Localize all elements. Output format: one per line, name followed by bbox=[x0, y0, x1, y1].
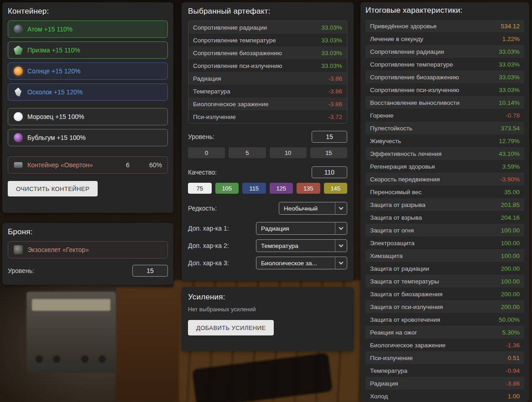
container-equipped-overton[interactable]: Контейнер «Овертон» 6 60% bbox=[8, 156, 168, 174]
container-fill-percent: 60% bbox=[141, 161, 162, 169]
container-case-icon bbox=[14, 162, 23, 168]
extra-stat-dropdown-1[interactable]: Радиация bbox=[256, 222, 347, 235]
total-stat-label: Холод bbox=[370, 393, 388, 400]
artifact-stat-label: Радиация bbox=[193, 75, 221, 82]
totals-title: Итоговые характеристики: bbox=[365, 6, 524, 15]
artifact-stat-row: Сопротивление температуре33.03% bbox=[188, 34, 347, 46]
artifact-stat-row: Радиация-3.86 bbox=[188, 72, 347, 85]
rarity-dropdown[interactable]: Необычный bbox=[279, 202, 347, 215]
total-stat-value: 33.03% bbox=[499, 87, 520, 93]
total-stat-row: Защита от огня100.00 bbox=[365, 224, 524, 237]
armor-equipped-name: Экзоскелет «Гектор» bbox=[27, 246, 162, 253]
total-stat-label: Пси-излучение bbox=[370, 355, 413, 361]
chevron-down-icon bbox=[335, 257, 347, 269]
container-item-sun[interactable]: Солнце +15 120% bbox=[8, 62, 168, 80]
chevron-shape bbox=[339, 260, 344, 265]
chevron-down-icon bbox=[335, 240, 347, 252]
quality-option-125[interactable]: 125 bbox=[270, 183, 293, 194]
quality-option-115[interactable]: 115 bbox=[242, 183, 266, 194]
armor-equipped-item[interactable]: Экзоскелет «Гектор» bbox=[8, 241, 168, 258]
container-item-label: Бубльгум +15 100% bbox=[27, 134, 86, 141]
total-stat-value: -3.86 bbox=[506, 380, 520, 387]
artifact-stat-value: 33.03% bbox=[321, 62, 342, 69]
total-stat-value: 10.14% bbox=[499, 99, 520, 106]
total-stat-value: 100.00 bbox=[501, 240, 520, 247]
total-stat-label: Биологическое заражение bbox=[370, 342, 446, 349]
artifact-level-input[interactable] bbox=[312, 131, 347, 143]
total-stat-value: 100.00 bbox=[501, 278, 520, 285]
total-stat-row: Эффективность лечения43.10% bbox=[365, 147, 524, 160]
clear-container-button[interactable]: ОЧИСТИТЬ КОНТЕЙНЕР bbox=[8, 181, 98, 196]
quality-option-75[interactable]: 75 bbox=[188, 183, 212, 194]
container-item-bubblegum[interactable]: Бубльгум +15 100% bbox=[8, 129, 168, 146]
total-stat-label: Защита от взрыва bbox=[370, 214, 422, 221]
total-stat-value: 35.00 bbox=[504, 189, 520, 196]
rarity-row: Редкость: Необычный bbox=[188, 202, 347, 215]
extra-stat-row-3: Доп. хар-ка 3:Биологическое за... bbox=[188, 257, 347, 269]
artifact-quality-input[interactable] bbox=[312, 166, 347, 178]
level-option-0[interactable]: 0 bbox=[188, 147, 225, 158]
artifact-stat-value: -3.86 bbox=[328, 75, 342, 82]
total-stat-label: Защита от радиации bbox=[370, 265, 429, 272]
total-stat-row: Защита от пси-излучения200.00 bbox=[365, 300, 524, 313]
radio-knob bbox=[36, 356, 43, 363]
total-stat-label: Эффективность лечения bbox=[370, 150, 442, 157]
level-option-10[interactable]: 10 bbox=[270, 147, 307, 158]
total-stat-row: Горение-0.78 bbox=[365, 109, 524, 122]
container-item-atom[interactable]: Атом +15 110% bbox=[8, 21, 168, 38]
total-stat-value: 373.54 bbox=[501, 125, 520, 132]
extra-stat-label: Доп. хар-ка 2: bbox=[188, 242, 229, 249]
exoskeleton-icon bbox=[14, 245, 23, 254]
dropdown-value: Радиация bbox=[256, 225, 335, 232]
total-stat-row: Сопротивление температуре33.03% bbox=[365, 58, 524, 71]
extra-stat-dropdown-2[interactable]: Температура bbox=[256, 239, 347, 252]
total-stat-label: Пулестойкость bbox=[370, 125, 412, 132]
radio-knob bbox=[81, 356, 89, 363]
armor-level-input[interactable] bbox=[132, 265, 168, 277]
artifact-stat-label: Сопротивление пси-излучению bbox=[193, 62, 282, 69]
total-stat-label: Сопротивление биозаражению bbox=[370, 74, 459, 81]
total-stat-label: Переносимый вес bbox=[370, 189, 422, 196]
total-stat-label: Сопротивление температуре bbox=[370, 61, 453, 68]
selected-artifact-panel: Выбранный артефакт: Сопротивление радиац… bbox=[182, 2, 354, 281]
total-stat-label: Живучесть bbox=[370, 138, 401, 144]
total-stat-row: Биологическое заражение-1.36 bbox=[365, 339, 524, 351]
extra-stat-row-2: Доп. хар-ка 2:Температура bbox=[188, 239, 347, 252]
totals-table: Приведённое здоровье534.12Лечение в секу… bbox=[365, 20, 524, 402]
total-stat-value: -0.94 bbox=[506, 367, 520, 374]
total-stat-value: 43.10% bbox=[499, 150, 520, 157]
total-stat-value: 5.30% bbox=[502, 329, 520, 336]
boosts-empty-text: Нет выбранных усилений bbox=[188, 306, 347, 313]
total-stat-label: Горение bbox=[370, 112, 393, 119]
container-item-label: Солнце +15 120% bbox=[27, 67, 80, 75]
total-stat-value: 204.16 bbox=[501, 214, 520, 221]
extra-stats-section: Доп. хар-ка 1:РадиацияДоп. хар-ка 2:Темп… bbox=[188, 222, 347, 269]
quality-option-145[interactable]: 145 bbox=[324, 183, 348, 194]
extra-stat-dropdown-3[interactable]: Биологическое за... bbox=[256, 257, 347, 269]
quality-option-105[interactable]: 105 bbox=[215, 183, 239, 194]
total-stat-row: Холод1.00 bbox=[365, 390, 524, 402]
total-stat-value: 200.00 bbox=[501, 265, 520, 272]
container-item-frost[interactable]: Морозец +15 100% bbox=[8, 108, 168, 125]
total-stat-row: Электрозащита100.00 bbox=[365, 237, 524, 249]
total-stat-value: 201.85 bbox=[501, 201, 520, 208]
total-stat-row: Приведённое здоровье534.12 bbox=[365, 20, 524, 32]
level-option-15[interactable]: 15 bbox=[310, 147, 347, 158]
artifact-quality-label: Качество: bbox=[188, 169, 217, 176]
container-item-prism[interactable]: Призма +15 110% bbox=[8, 41, 168, 59]
total-stat-label: Защита от кровотечения bbox=[370, 316, 440, 323]
frost-icon bbox=[14, 112, 23, 121]
total-stat-label: Лечение в секунду bbox=[370, 36, 423, 42]
total-stat-label: Реакция на ожог bbox=[370, 329, 417, 336]
level-option-5[interactable]: 5 bbox=[229, 147, 266, 158]
add-boost-button[interactable]: ДОБАВИТЬ УСИЛЕНИЕ bbox=[188, 320, 274, 335]
total-stat-label: Скорость передвижения bbox=[370, 176, 440, 183]
container-item-shard[interactable]: Осколок +15 120% bbox=[8, 83, 168, 101]
chevron-shape bbox=[339, 226, 344, 230]
extra-stat-label: Доп. хар-ка 1: bbox=[188, 225, 229, 232]
dropdown-value: Биологическое за... bbox=[256, 260, 335, 267]
total-stat-value: 33.03% bbox=[499, 61, 520, 68]
total-stat-value: 12.79% bbox=[499, 138, 520, 144]
quality-option-135[interactable]: 135 bbox=[297, 183, 320, 194]
artifact-stat-row: Биологическое заражение-3.86 bbox=[188, 98, 347, 110]
